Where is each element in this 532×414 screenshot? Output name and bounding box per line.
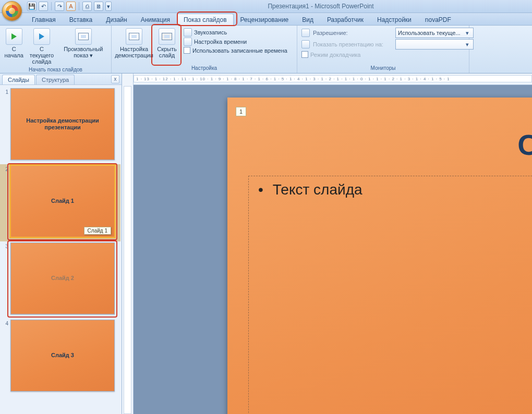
- thumbnail-row[interactable]: 3 Слайд 2: [0, 241, 120, 319]
- thumb-number: 4: [1, 320, 8, 326]
- slide-title[interactable]: Слайд 2: [517, 128, 532, 162]
- checkbox-icon: [301, 51, 308, 58]
- hide-slide-icon: [159, 28, 175, 45]
- monitor-icon: [301, 40, 310, 48]
- play-icon: [6, 28, 22, 45]
- group-monitors: Разрешение: Использовать текуще...▾ Пока…: [297, 26, 469, 73]
- tab-novapdf[interactable]: novaPDF: [418, 14, 458, 25]
- qat-redo-icon[interactable]: ↷: [55, 2, 64, 11]
- thumbnail[interactable]: Настройка демонстрации презентации: [10, 88, 115, 160]
- clock-icon: [184, 38, 192, 46]
- presenter-view-checkbox: Режим докладчика: [301, 51, 362, 58]
- ribbon-tabs: Главная Вставка Дизайн Анимация Показ сл…: [0, 13, 532, 26]
- btn-label: С: [12, 46, 16, 52]
- btn-label: С текущего: [30, 46, 54, 58]
- thumbnail-row[interactable]: 1 Настройка демонстрации презентации: [0, 87, 120, 164]
- vertical-ruler: [122, 74, 134, 414]
- thumb-title: Слайд 2: [51, 275, 74, 282]
- resolution-label: Разрешение:: [313, 29, 392, 36]
- hide-slide-button[interactable]: Скрытьслайд: [154, 27, 179, 60]
- btn-label: слайда: [32, 58, 52, 65]
- slide-canvas-area[interactable]: 1 · 13 · 1 · 12 · 1 · 11 · 1 · 10 · 1 · …: [134, 74, 532, 414]
- tab-view[interactable]: Вид: [295, 14, 320, 25]
- checkbox-label: Режим докладчика: [310, 52, 360, 58]
- qat-quickprint-icon[interactable]: ⎙: [82, 2, 92, 11]
- content-placeholder[interactable]: Текст слайда: [248, 176, 532, 414]
- group-label: Мониторы: [299, 65, 467, 72]
- custom-show-button[interactable]: Произвольныйпоказ ▾: [57, 27, 109, 60]
- thumbnail[interactable]: Слайд 1 Слайд 1: [10, 165, 115, 237]
- combo-value: Использовать текуще...: [398, 30, 461, 36]
- btn-label: начала: [5, 52, 23, 58]
- from-beginning-button[interactable]: Сначала: [2, 27, 26, 60]
- thumb-title: Настройка демонстрации презентации: [11, 117, 114, 131]
- quick-access-toolbar: 💾 ↶ ↷ A ⎙ 🗎 ▾: [27, 2, 112, 11]
- use-timings-checkbox[interactable]: Использовать записанные времена: [182, 46, 294, 54]
- panel-tab-slides[interactable]: Слайды: [2, 75, 35, 84]
- microphone-icon: [184, 28, 192, 36]
- office-button[interactable]: [2, 1, 22, 21]
- qat-separator: [79, 2, 79, 10]
- btn-label: слайд: [159, 52, 175, 58]
- thumbnail-row[interactable]: 2 Слайд 1 Слайд 1: [0, 164, 120, 241]
- slide[interactable]: 1 Слайд 2 Текст слайда: [227, 98, 532, 414]
- thumb-number: 3: [1, 242, 8, 249]
- qat-font-button[interactable]: A: [66, 2, 76, 11]
- tab-developer[interactable]: Разработчик: [320, 14, 370, 25]
- ribbon: Сначала С текущегослайда Произвольныйпок…: [0, 26, 532, 74]
- checkbox-label: Использовать записанные времена: [192, 47, 287, 54]
- panel-close-button[interactable]: x: [111, 75, 119, 83]
- rehearse-timings-button[interactable]: Настройка времени: [182, 37, 294, 46]
- btn-label: Настройка: [120, 46, 148, 52]
- thumbnail-row[interactable]: 4 Слайд 3: [0, 319, 120, 396]
- btn-label: демонстрации: [115, 52, 153, 58]
- btn-label: Скрыть: [157, 46, 177, 52]
- show-on-combo: ▾: [395, 39, 474, 50]
- from-current-button[interactable]: С текущегослайда: [26, 27, 57, 66]
- panel-tab-outline[interactable]: Структура: [36, 75, 75, 84]
- show-on-label: Показать презентацию на:: [313, 41, 392, 48]
- record-narration-button[interactable]: Звукозапись: [182, 28, 294, 37]
- thumb-number: 2: [1, 165, 8, 172]
- chevron-down-icon: ▾: [464, 41, 471, 48]
- slide-number-badge: 1: [236, 107, 246, 116]
- btn-label: Произвольный: [64, 46, 103, 52]
- qat-undo-icon[interactable]: ↶: [39, 2, 48, 11]
- checkbox-icon: [184, 47, 190, 54]
- tab-insert[interactable]: Вставка: [63, 14, 100, 25]
- thumbnails-list[interactable]: 1 Настройка демонстрации презентации 2 С…: [0, 85, 122, 414]
- group-start-slideshow: Сначала С текущегослайда Произвольныйпок…: [0, 26, 112, 73]
- tab-design[interactable]: Дизайн: [99, 14, 134, 25]
- window-title: Презентация1 - Microsoft PowerPoint: [112, 3, 530, 10]
- tab-animation[interactable]: Анимация: [134, 14, 177, 25]
- setup-show-button[interactable]: Настройкадемонстрации: [114, 27, 154, 60]
- qat-customize-icon[interactable]: ▾: [105, 2, 112, 11]
- group-label: Настройка: [114, 65, 295, 72]
- play-current-icon: [33, 28, 50, 45]
- group-setup: Настройкадемонстрации Скрытьслайд Звукоз…: [112, 26, 297, 73]
- body-text[interactable]: Текст слайда: [273, 181, 362, 198]
- resolution-combo[interactable]: Использовать текуще...▾: [395, 28, 474, 38]
- tab-review[interactable]: Рецензирование: [234, 14, 296, 25]
- custom-show-icon: [75, 28, 92, 45]
- work-area: Слайды Структура x 1 Настройка демонстра…: [0, 74, 532, 414]
- tab-home[interactable]: Главная: [25, 14, 63, 25]
- chevron-down-icon: ▾: [464, 30, 471, 36]
- ruler-ticks: 1 · 13 · 1 · 12 · 1 · 11 · 1 · 10 · 1 · …: [134, 75, 532, 82]
- thumbnail[interactable]: Слайд 2: [10, 242, 115, 314]
- setup-icon: [126, 28, 142, 45]
- thumb-tooltip: Слайд 1: [84, 227, 111, 235]
- tab-addins[interactable]: Надстройки: [370, 14, 418, 25]
- btn-label: Звукозапись: [194, 29, 227, 35]
- monitor-icon: [301, 29, 310, 37]
- qat-preview-icon[interactable]: 🗎: [94, 2, 103, 11]
- slides-panel: Слайды Структура x 1 Настройка демонстра…: [0, 74, 122, 414]
- horizontal-ruler: 1 · 13 · 1 · 12 · 1 · 11 · 1 · 10 · 1 · …: [134, 74, 532, 85]
- tab-slideshow[interactable]: Показ слайдов: [177, 14, 234, 25]
- qat-save-icon[interactable]: 💾: [27, 2, 37, 11]
- btn-label: показ ▾: [74, 52, 93, 58]
- group-label: Начать показ слайдов: [2, 66, 109, 74]
- qat-separator: [51, 2, 52, 10]
- title-bar: 💾 ↶ ↷ A ⎙ 🗎 ▾ Презентация1 - Microsoft P…: [0, 0, 532, 13]
- thumbnail[interactable]: Слайд 3: [10, 320, 115, 392]
